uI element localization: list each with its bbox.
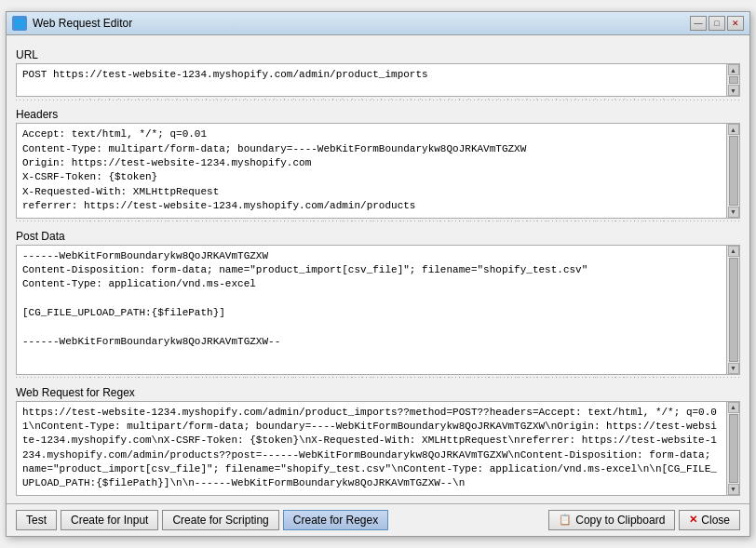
window-title: Web Request Editor: [33, 17, 132, 30]
postdata-field[interactable]: ------WebKitFormBoundarykw8QoJRKAVmTGZXW…: [16, 245, 740, 375]
headers-scroll-down[interactable]: ▼: [728, 207, 739, 218]
create-input-button[interactable]: Create for Input: [61, 510, 158, 530]
url-scroll-down[interactable]: ▼: [728, 85, 739, 96]
clipboard-icon: 📋: [559, 514, 572, 526]
web-request-editor-window: 🌐 Web Request Editor — □ ✕ URL POST http…: [6, 11, 750, 537]
regex-content: https://test-website-1234.myshopify.com/…: [17, 402, 739, 495]
postdata-scroll-down[interactable]: ▼: [728, 363, 739, 374]
headers-scroll-thumb[interactable]: [729, 136, 738, 205]
regex-scroll-up[interactable]: ▲: [728, 402, 739, 413]
regex-scrollbar[interactable]: ▲ ▼: [726, 402, 739, 495]
url-scroll-up[interactable]: ▲: [728, 64, 739, 75]
create-scripting-button[interactable]: Create for Scripting: [162, 510, 278, 530]
close-label: Close: [701, 514, 730, 527]
divider-2: · · · · · · · · · · · · · · · · · · · · …: [16, 219, 740, 224]
headers-field[interactable]: Accept: text/html, */*; q=0.01 Content-T…: [16, 123, 740, 218]
url-scroll-thumb[interactable]: [729, 76, 738, 84]
postdata-scroll-up[interactable]: ▲: [728, 246, 739, 257]
regex-scroll-thumb[interactable]: [729, 414, 738, 483]
copy-clipboard-label: Copy to Clipboard: [575, 514, 665, 527]
footer: Test Create for Input Create for Scripti…: [7, 503, 749, 536]
maximize-button[interactable]: □: [709, 16, 725, 31]
minimize-button[interactable]: —: [690, 16, 707, 31]
copy-clipboard-button[interactable]: 📋 Copy to Clipboard: [548, 510, 675, 530]
footer-right: 📋 Copy to Clipboard ✕ Close: [548, 510, 740, 530]
regex-field[interactable]: https://test-website-1234.myshopify.com/…: [16, 401, 740, 496]
postdata-scrollbar[interactable]: ▲ ▼: [726, 246, 739, 374]
divider-1: · · · · · · · · · · · · · · · · · · · · …: [16, 97, 740, 102]
content-area: URL POST https://test-website-1234.mysho…: [7, 35, 749, 503]
title-bar-buttons: — □ ✕: [690, 16, 744, 31]
close-button[interactable]: ✕ Close: [679, 510, 740, 530]
window-icon: 🌐: [12, 16, 27, 31]
url-label: URL: [16, 48, 740, 61]
headers-content: Accept: text/html, */*; q=0.01 Content-T…: [17, 124, 739, 217]
url-content: POST https://test-website-1234.myshopify…: [17, 64, 739, 86]
create-regex-button[interactable]: Create for Regex: [283, 510, 388, 530]
headers-scroll-up[interactable]: ▲: [728, 124, 739, 135]
title-bar-left: 🌐 Web Request Editor: [12, 16, 132, 31]
headers-label: Headers: [16, 108, 740, 121]
test-button[interactable]: Test: [16, 510, 57, 530]
close-x-icon: ✕: [689, 514, 697, 526]
close-window-button[interactable]: ✕: [727, 16, 744, 31]
divider-3: · · · · · · · · · · · · · · · · · · · · …: [16, 375, 740, 381]
url-scrollbar[interactable]: ▲ ▼: [726, 64, 739, 96]
regex-scroll-down[interactable]: ▼: [728, 484, 739, 495]
title-bar: 🌐 Web Request Editor — □ ✕: [7, 12, 749, 35]
postdata-scroll-thumb[interactable]: [729, 258, 738, 362]
url-field[interactable]: POST https://test-website-1234.myshopify…: [16, 63, 740, 97]
postdata-content: ------WebKitFormBoundarykw8QoJRKAVmTGZXW…: [17, 246, 739, 354]
regex-label: Web Request for Regex: [16, 386, 740, 399]
postdata-label: Post Data: [16, 230, 740, 243]
headers-scrollbar[interactable]: ▲ ▼: [726, 124, 739, 217]
